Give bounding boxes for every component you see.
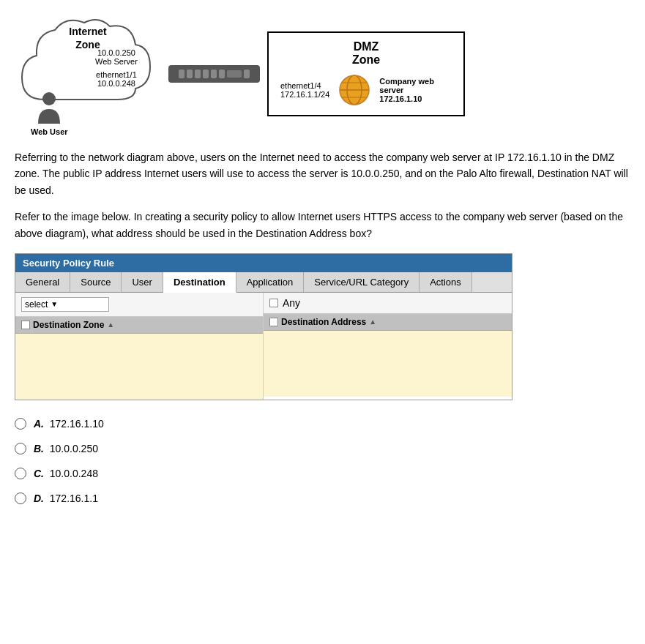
- answer-b: B. 10.0.0.250: [15, 443, 630, 454]
- radio-b[interactable]: [15, 443, 26, 454]
- any-checkbox[interactable]: [269, 299, 278, 307]
- policy-title: Security Policy Rule: [15, 254, 512, 272]
- dest-zone-sort-icon[interactable]: ▲: [107, 321, 114, 329]
- answer-c-value: 10.0.0.248: [50, 468, 98, 479]
- network-diagram: Internet Zone 10.0.0.250 Web Server ethe…: [15, 12, 630, 136]
- radio-a[interactable]: [15, 418, 26, 430]
- svg-point-0: [42, 92, 56, 105]
- answer-b-value: 10.0.0.250: [50, 443, 98, 454]
- firewall-device: [168, 65, 260, 83]
- dest-addr-table-body: [264, 331, 512, 397]
- dest-zone-col-header: Destination Zone: [33, 320, 104, 330]
- internet-zone: Internet Zone 10.0.0.250 Web Server ethe…: [15, 12, 161, 136]
- answer-a: A. 172.16.1.10: [15, 418, 630, 430]
- tab-actions[interactable]: Actions: [420, 272, 472, 292]
- policy-tabs: General Source User Destination Applicat…: [15, 272, 512, 293]
- answer-d: D. 172.16.1.1: [15, 493, 630, 504]
- radio-c[interactable]: [15, 468, 26, 479]
- policy-body: select ▼ Destination Zone ▲ Any Destinat…: [15, 293, 512, 400]
- dropdown-arrow-icon: ▼: [51, 300, 58, 308]
- answer-d-letter: D.: [34, 493, 44, 504]
- web-user: Web User: [31, 91, 68, 136]
- tab-service-url[interactable]: Service/URL Category: [304, 272, 420, 292]
- answer-a-letter: A.: [34, 418, 44, 430]
- destination-zone-panel: select ▼ Destination Zone ▲: [15, 293, 264, 400]
- dmz-zone: DMZ Zone ethernet1/4 172.16.1.1/24 Compa…: [267, 31, 465, 116]
- web-server-info: 10.0.0.250 Web Server ethernet1/1 10.0.0…: [95, 48, 138, 88]
- radio-d[interactable]: [15, 493, 26, 504]
- tab-application[interactable]: Application: [236, 272, 305, 292]
- tab-user[interactable]: User: [122, 272, 163, 292]
- dmz-ethernet-info: ethernet1/4 172.16.1.1/24: [280, 81, 329, 99]
- dest-addr-checkbox[interactable]: [269, 318, 278, 326]
- answer-d-value: 172.16.1.1: [50, 493, 98, 504]
- answer-b-letter: B.: [34, 443, 44, 454]
- destination-address-panel: Any Destination Address ▲: [264, 293, 512, 400]
- answer-c: C. 10.0.0.248: [15, 468, 630, 479]
- dmz-zone-label: DMZ Zone: [280, 40, 452, 67]
- security-policy-rule: Security Policy Rule General Source User…: [15, 253, 512, 400]
- tab-general[interactable]: General: [15, 272, 70, 292]
- dest-addr-sort-icon[interactable]: ▲: [369, 318, 376, 326]
- answer-c-letter: C.: [34, 468, 44, 479]
- company-server-label-info: Company web server 172.16.1.10: [379, 77, 452, 103]
- company-server-icon: [337, 72, 372, 108]
- any-label: Any: [283, 297, 300, 309]
- answer-choices: A. 172.16.1.10 B. 10.0.0.250 C. 10.0.0.2…: [15, 418, 630, 504]
- dest-addr-col-header: Destination Address: [281, 317, 366, 327]
- tab-source[interactable]: Source: [70, 272, 122, 292]
- answer-a-value: 172.16.1.10: [50, 418, 104, 430]
- zone-select-dropdown[interactable]: select ▼: [21, 297, 109, 312]
- dest-zone-table-body: [15, 334, 263, 400]
- internet-zone-label: Internet Zone: [69, 25, 106, 51]
- tab-destination[interactable]: Destination: [163, 272, 236, 293]
- dest-zone-checkbox[interactable]: [21, 321, 30, 329]
- question-paragraph1: Referring to the network diagram above, …: [15, 149, 630, 242]
